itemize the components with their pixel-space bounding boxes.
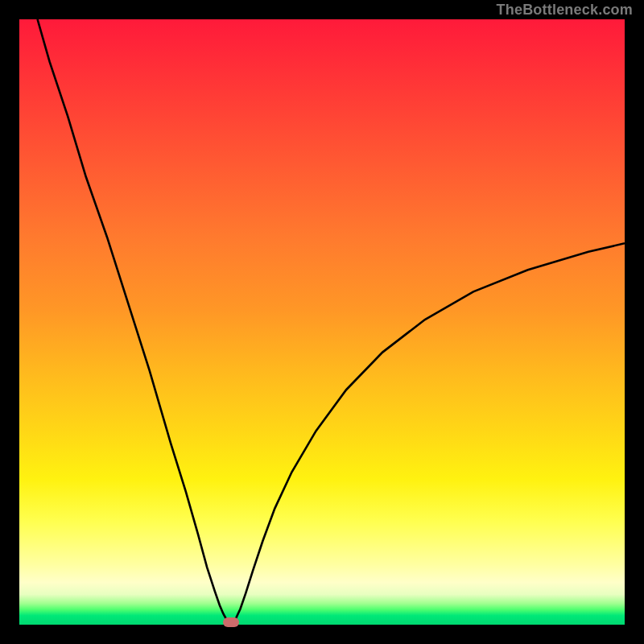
chart-frame: TheBottleneck.com: [0, 0, 644, 644]
chart-curve-layer: [19, 19, 625, 625]
bottleneck-curve-path: [38, 19, 625, 623]
optimal-point-marker: [223, 617, 239, 627]
watermark-label: TheBottleneck.com: [497, 2, 633, 19]
